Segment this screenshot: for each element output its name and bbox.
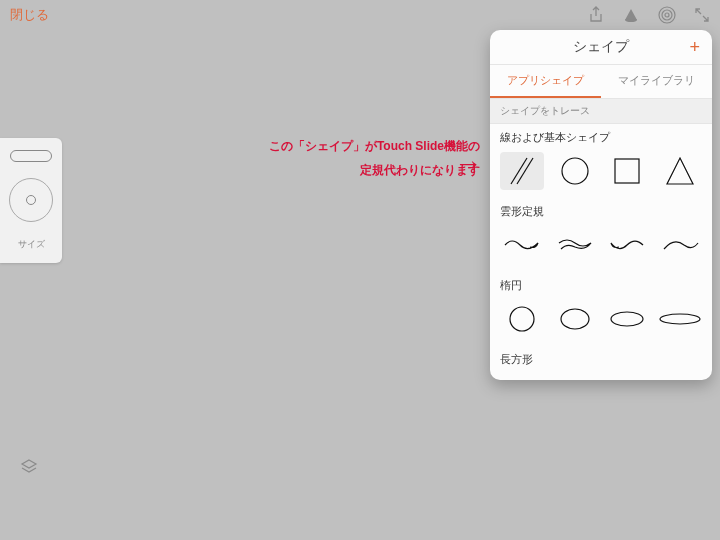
svg-point-0 [625, 18, 637, 22]
expand-icon[interactable] [694, 7, 710, 23]
shape-row-french [490, 222, 712, 272]
size-label: サイズ [18, 238, 45, 251]
section-title-basic: 線および基本シェイプ [490, 124, 712, 148]
section-title-ellipse: 楕円 [490, 272, 712, 296]
shape-ell3[interactable] [605, 300, 649, 338]
cone-icon[interactable] [622, 7, 640, 23]
shape-rect4[interactable] [658, 374, 702, 380]
layers-icon[interactable] [20, 458, 38, 480]
svg-point-10 [611, 312, 643, 326]
shape-ell4[interactable] [658, 300, 702, 338]
brush-preview[interactable] [10, 150, 52, 162]
left-tool-panel: サイズ [0, 138, 62, 263]
svg-point-2 [662, 10, 672, 20]
topbar: 閉じる [0, 0, 720, 30]
shape-curve2[interactable] [553, 226, 597, 264]
shape-curve3[interactable] [605, 226, 649, 264]
trace-shape-row[interactable]: シェイプをトレース [490, 99, 712, 124]
section-title-rect: 長方形 [490, 346, 712, 370]
shape-rect2[interactable] [553, 374, 597, 380]
popover-title: シェイプ [573, 38, 629, 56]
shape-row-basic [490, 148, 712, 198]
shape-lines[interactable] [500, 152, 544, 190]
share-icon[interactable] [588, 6, 604, 24]
concentric-icon[interactable] [658, 6, 676, 24]
annotation-arrow: → [454, 148, 482, 180]
svg-point-3 [665, 13, 669, 17]
shape-curve1[interactable] [500, 226, 544, 264]
shape-row-rect [490, 370, 712, 380]
annotation-line2: 定規代わりになります [155, 158, 480, 182]
annotation-line1: この「シェイプ」がTouch Slide機能の [155, 134, 480, 158]
popover-header: シェイプ + [490, 30, 712, 65]
svg-point-8 [510, 307, 534, 331]
shape-ell2[interactable] [553, 300, 597, 338]
shapes-popover: シェイプ + アプリシェイプ マイライブラリ シェイプをトレース 線および基本シ… [490, 30, 712, 380]
svg-point-11 [660, 314, 700, 324]
tab-my-library[interactable]: マイライブラリ [601, 65, 712, 98]
shape-ell1[interactable] [500, 300, 544, 338]
annotation-text: この「シェイプ」がTouch Slide機能の 定規代わりになります [155, 134, 480, 182]
shape-curve4[interactable] [658, 226, 702, 264]
shape-square[interactable] [605, 152, 649, 190]
svg-point-6 [562, 158, 588, 184]
tab-app-shapes[interactable]: アプリシェイプ [490, 65, 601, 98]
shape-rect3[interactable] [605, 374, 649, 380]
shape-triangle[interactable] [658, 152, 702, 190]
close-button[interactable]: 閉じる [10, 6, 49, 24]
shape-rect1[interactable] [500, 374, 544, 380]
svg-rect-7 [615, 159, 639, 183]
topbar-actions [588, 6, 710, 24]
popover-tabs: アプリシェイプ マイライブラリ [490, 65, 712, 99]
shape-circle[interactable] [553, 152, 597, 190]
svg-point-9 [561, 309, 589, 329]
section-title-french: 雲形定規 [490, 198, 712, 222]
shape-sections: 線および基本シェイプ 雲形定規 楕円 長方形 [490, 124, 712, 380]
size-control[interactable] [9, 178, 53, 222]
shape-row-ellipse [490, 296, 712, 346]
